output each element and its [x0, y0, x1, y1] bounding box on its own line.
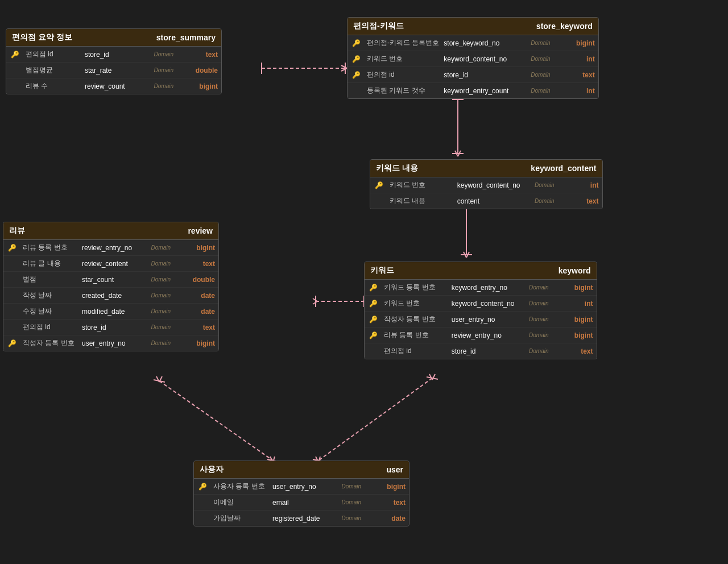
field-domain-label: Domain [517, 313, 551, 325]
field-kr-label: 키워드 번호 [365, 51, 441, 67]
field-type-label: bigint [551, 281, 597, 295]
table-keyword_content: 키워드 내용keyword_content🔑키워드 번호keyword_cont… [370, 159, 603, 209]
field-kr-label: 이메일 [211, 495, 270, 510]
key-cell-keyword-2: 🔑 [365, 313, 382, 326]
table-row: 수정 날짜modified_dateDomaindate [3, 304, 218, 320]
field-kr-label: 별점 [20, 272, 80, 287]
key-icon: 🔑 [369, 331, 378, 339]
field-type-label: text [173, 257, 218, 271]
field-en-label: store_id [82, 48, 142, 61]
table-row: 작성 날짜created_dateDomaindate [3, 288, 218, 304]
field-domain-label: Domain [523, 179, 557, 191]
field-kr-label: 리뷰 등록 번호 [20, 240, 80, 255]
field-domain-label: Domain [329, 512, 363, 524]
field-type-label: double [176, 64, 221, 77]
key-cell-keyword-3: 🔑 [365, 329, 382, 342]
field-domain-label: Domain [523, 195, 557, 207]
field-domain-label: Domain [139, 289, 173, 301]
field-type-label: text [363, 496, 409, 509]
key-cell-store_keyword-3 [348, 89, 365, 93]
field-en-label: review_count [82, 80, 142, 93]
table-row: 이메일emailDomaintext [194, 495, 409, 511]
table-en-name-review: review [188, 226, 213, 235]
field-type-label: double [173, 273, 218, 287]
key-icon: 🔑 [369, 284, 378, 292]
key-cell-store_keyword-1: 🔑 [348, 53, 365, 65]
key-cell-user-1 [194, 500, 211, 505]
field-en-label: keyword_content_no [449, 297, 517, 310]
key-icon: 🔑 [8, 339, 16, 347]
field-type-label: bigint [551, 313, 597, 326]
table-row: 등록된 키워드 갯수keyword_entry_countDomainint [348, 83, 598, 98]
table-row: 🔑리뷰 등록 번호review_entry_noDomainbigint [365, 327, 597, 343]
svg-line-29 [318, 378, 432, 461]
svg-line-24 [156, 376, 159, 382]
field-kr-label: 키워드 번호 [387, 177, 455, 193]
table-en-name-user: user [386, 465, 403, 474]
key-cell-review-1 [3, 262, 20, 266]
table-row: 🔑작성자 등록 번호user_entry_noDomainbigint [365, 312, 597, 327]
field-kr-label: 편의점 id [382, 343, 449, 359]
svg-line-13 [466, 252, 469, 258]
table-header-user: 사용자user [194, 461, 409, 479]
key-icon: 🔑 [352, 55, 361, 63]
table-user: 사용자user🔑사용자 등록 번호user_entry_noDomainbigi… [193, 461, 410, 526]
field-kr-label: 편의점-키워드 등록번호 [365, 35, 441, 51]
svg-line-18 [313, 301, 317, 304]
field-en-label: keyword_entry_count [441, 84, 518, 98]
field-type-label: text [557, 194, 602, 208]
table-row: 🔑작성자 등록 번호user_entry_noDomainbigint [3, 335, 218, 351]
key-cell-review-2 [3, 277, 20, 282]
field-kr-label: 리뷰 글 내용 [20, 256, 80, 271]
svg-line-31 [429, 374, 432, 380]
table-row: 🔑키워드 번호keyword_content_noDomainint [370, 177, 602, 193]
field-domain-label: Domain [519, 53, 553, 65]
field-en-label: registered_date [270, 512, 329, 525]
table-kr-name-store_keyword: 편의점-키워드 [353, 21, 404, 31]
table-kr-name-keyword: 키워드 [370, 266, 394, 276]
key-icon: 🔑 [8, 244, 16, 252]
key-cell-review-5 [3, 325, 20, 330]
key-icon: 🔑 [352, 71, 361, 79]
field-en-label: review_content [80, 257, 139, 271]
field-domain-label: Domain [519, 85, 553, 97]
table-row: 편의점 idstore_idDomaintext [3, 320, 218, 335]
table-row: 별점star_countDomaindouble [3, 272, 218, 288]
table-row: 편의점 idstore_idDomaintext [365, 343, 597, 359]
field-type-label: bigint [173, 241, 218, 255]
table-row: 가입날짜registered_dateDomaindate [194, 511, 409, 526]
key-cell-review-6: 🔑 [3, 337, 20, 350]
table-kr-name-store_summary: 편의점 요약 정보 [12, 32, 72, 43]
field-kr-label: 수정 날짜 [20, 304, 80, 319]
table-row: 별점평균star_rateDomaindouble [6, 63, 221, 78]
table-row: 🔑키워드 등록 번호keyword_entry_noDomainbigint [365, 280, 597, 296]
key-icon: 🔑 [369, 300, 378, 308]
svg-line-12 [464, 252, 466, 258]
table-en-name-store_keyword: store_keyword [536, 22, 593, 31]
table-kr-name-review: 리뷰 [9, 226, 25, 236]
key-cell-keyword_content-1 [370, 199, 387, 204]
field-en-label: review_entry_no [449, 329, 517, 342]
table-store_keyword: 편의점-키워드store_keyword🔑편의점-키워드 등록번호store_k… [347, 17, 599, 99]
field-type-label: int [557, 179, 602, 192]
field-kr-label: 리뷰 등록 번호 [382, 327, 449, 343]
svg-line-8 [458, 151, 461, 156]
field-type-label: text [173, 321, 218, 334]
field-kr-label: 사용자 등록 번호 [211, 479, 270, 494]
field-type-label: int [553, 52, 598, 66]
key-icon: 🔑 [369, 316, 378, 324]
field-domain-label: Domain [517, 297, 551, 309]
key-cell-store_keyword-2: 🔑 [348, 69, 365, 81]
key-cell-store_summary-1 [6, 68, 23, 73]
field-kr-label: 편의점 id [23, 47, 82, 62]
field-en-label: star_rate [82, 64, 142, 77]
field-en-label: user_entry_no [449, 313, 517, 326]
table-row: 🔑편의점 idstore_idDomaintext [6, 47, 221, 63]
field-domain-label: Domain [519, 37, 553, 49]
field-kr-label: 리뷰 수 [23, 78, 82, 94]
svg-line-7 [455, 151, 458, 156]
field-kr-label: 키워드 번호 [382, 296, 449, 311]
field-type-label: int [553, 84, 598, 98]
field-en-label: store_id [441, 68, 518, 82]
svg-line-17 [313, 298, 317, 301]
